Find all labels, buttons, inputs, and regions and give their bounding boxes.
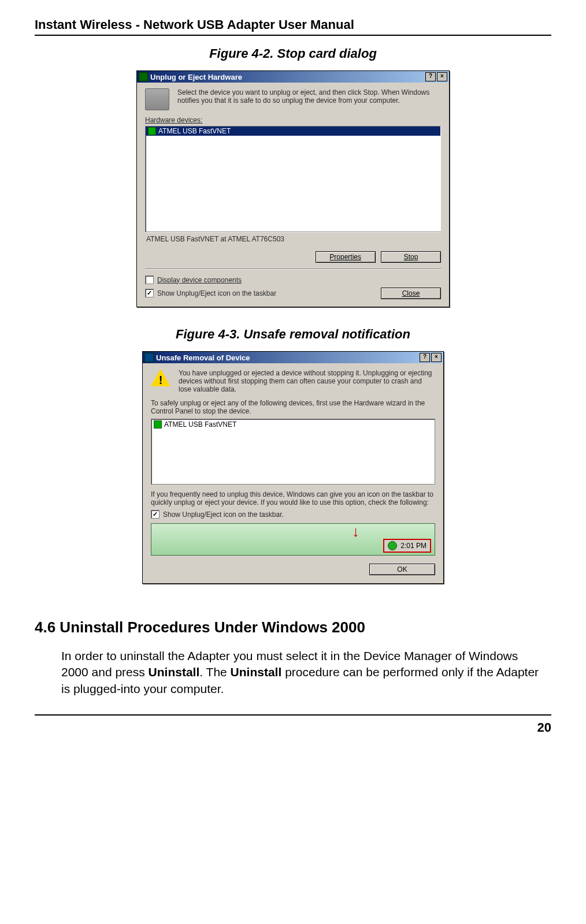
figure-4-3-wrap: Unsafe Removal of Device ? × You have un… — [35, 351, 551, 584]
stop-button[interactable]: Stop — [381, 251, 441, 263]
dialog1-status-text: ATMEL USB FastVNET at ATMEL AT76C503 — [145, 232, 441, 248]
dialog1-titlebar: Unplug or Eject Hardware ? × — [137, 71, 449, 83]
dialog2-frequent-text: If you frequently need to unplug this de… — [151, 490, 435, 506]
document-page: Instant Wireless - Network USB Adapter U… — [0, 0, 586, 752]
list-item-atmel[interactable]: ATMEL USB FastVNET — [146, 126, 440, 136]
page-header-title: Instant Wireless - Network USB Adapter U… — [35, 17, 551, 32]
dialog1-intro-text: Select the device you want to unplug or … — [177, 88, 441, 105]
dialog2-help-button[interactable]: ? — [420, 353, 430, 362]
section-4-6-title: 4.6 Uninstall Procedures Under Windows 2… — [35, 619, 551, 636]
display-components-label: Display device components — [157, 276, 242, 284]
dialog2-title: Unsafe Removal of Device — [156, 353, 250, 362]
unsafe-removal-dialog: Unsafe Removal of Device ? × You have un… — [142, 351, 444, 584]
info-icon — [144, 353, 154, 362]
device-icon — [154, 420, 162, 429]
page-number: 20 — [35, 720, 551, 735]
system-tray-highlight: 2:01 PM — [383, 539, 431, 553]
hardware-icon — [139, 72, 148, 81]
dialog2-list-item: ATMEL USB FastVNET — [164, 420, 236, 429]
unplug-graphic-icon — [145, 88, 169, 110]
dialog2-close-button[interactable]: × — [431, 353, 442, 362]
dialog1-help-button[interactable]: ? — [425, 72, 436, 81]
device-icon — [148, 127, 156, 135]
figure-4-2-caption: Figure 4-2. Stop card dialog — [35, 46, 551, 61]
show-icon-checkbox[interactable] — [145, 289, 154, 297]
close-button[interactable]: Close — [381, 288, 441, 299]
hardware-devices-label: Hardware devices: — [145, 116, 441, 124]
dialog2-show-icon-checkbox[interactable] — [151, 510, 160, 519]
dialog1-close-button[interactable]: × — [437, 72, 447, 81]
red-arrow-icon: ↓ — [352, 523, 359, 541]
footer-rule — [35, 714, 551, 716]
header-rule — [35, 35, 551, 36]
dialog2-warning-text: You have unplugged or ejected a device w… — [179, 369, 435, 393]
figure-4-2-wrap: Unplug or Eject Hardware ? × Select the … — [35, 70, 551, 307]
tray-time: 2:01 PM — [400, 542, 426, 550]
unplug-eject-dialog: Unplug or Eject Hardware ? × Select the … — [136, 70, 450, 307]
dialog2-titlebar: Unsafe Removal of Device ? × — [143, 352, 443, 363]
display-components-checkbox[interactable] — [145, 275, 154, 284]
dialog1-title: Unplug or Eject Hardware — [150, 73, 242, 81]
dialog1-separator — [145, 269, 441, 270]
dialog2-device-listbox[interactable]: ATMEL USB FastVNET — [151, 419, 435, 485]
show-icon-label: Show Unplug/Eject icon on the taskbar — [157, 289, 276, 297]
list-item-label: ATMEL USB FastVNET — [158, 127, 231, 135]
figure-4-3-caption: Figure 4-3. Unsafe removal notification — [35, 327, 551, 342]
taskbar-illustration: ↓ 2:01 PM — [151, 523, 435, 556]
warning-icon — [151, 369, 170, 389]
ok-button[interactable]: OK — [369, 564, 435, 575]
dialog2-show-icon-label: Show Unplug/Eject icon on the taskbar. — [163, 511, 284, 519]
section-4-6-paragraph: In order to uninstall the Adapter you mu… — [61, 648, 546, 697]
tray-eject-icon — [388, 541, 397, 550]
hardware-devices-listbox[interactable]: ATMEL USB FastVNET — [145, 126, 441, 232]
properties-button[interactable]: Properties — [316, 251, 376, 263]
dialog2-instruction-text: To safely unplug or eject any of the fol… — [151, 399, 435, 415]
